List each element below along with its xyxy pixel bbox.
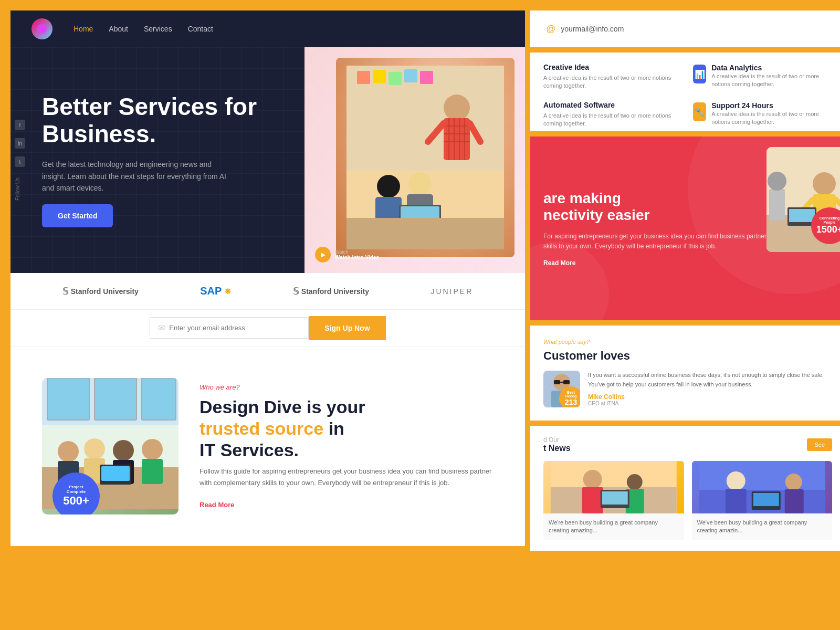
customer-review-text: If you want a successful online business… [588, 371, 832, 389]
service-item-analytics: 📊 Data Analytics A creative idea is the … [693, 63, 832, 90]
nav-link-services[interactable]: Services [144, 25, 172, 33]
nav-item-home[interactable]: Home [74, 24, 93, 34]
page-wrapper: Home About Services Contact [0, 0, 840, 630]
svg-rect-73 [784, 489, 803, 513]
support-title: Support 24 Hours [711, 101, 773, 110]
svg-rect-28 [94, 378, 136, 420]
service-item-automated: Automated Software A creative idea is th… [543, 101, 682, 128]
logo-bar: 𝕊 Stanford University SAP ⋇ 𝕊 Stanford U… [10, 273, 525, 310]
facebook-icon[interactable]: f [15, 120, 25, 130]
about-title-p1: Design Dive is your [200, 397, 365, 417]
svg-point-51 [768, 172, 786, 191]
svg-rect-6 [420, 71, 433, 84]
badge-label2: Complete [67, 489, 86, 494]
customer-role: CEO at ITNA [588, 401, 832, 406]
stanford1-name: Stanford University [71, 287, 139, 296]
stanford1-symbol: 𝕊 [62, 286, 68, 297]
creative-idea-desc: A creative idea is the result of two or … [543, 74, 682, 90]
svg-rect-5 [404, 69, 417, 82]
juniper-name: JUNIPER [430, 287, 473, 296]
svg-rect-29 [142, 378, 176, 420]
nav-link-contact[interactable]: Contact [188, 25, 213, 33]
email-input-wrapper: ✉ [150, 317, 309, 339]
hero-section: f in t Follow Us Better Services for Bus… [10, 47, 525, 273]
nav-link-home[interactable]: Home [74, 25, 93, 33]
nav-item-services[interactable]: Services [144, 24, 172, 34]
hero-description: Get the latest technology and engineerin… [42, 159, 231, 194]
svg-rect-38 [142, 459, 163, 484]
news-item-2: We've been busy building a great company… [692, 461, 833, 540]
news-text-2: We've been busy building a great company… [692, 513, 833, 540]
svg-rect-27 [47, 378, 89, 420]
support-content: Support 24 Hours A creative idea is the … [711, 101, 832, 127]
svg-point-20 [408, 172, 432, 195]
about-title-line2: IT Services. [200, 440, 299, 460]
automated-software-desc: A creative idea is the result of two or … [543, 112, 682, 128]
social-sidebar: f in t Follow Us [10, 114, 29, 206]
who-we-are-label: Who we are? [200, 383, 494, 391]
signup-button[interactable]: Sign Up Now [309, 316, 385, 340]
office-scene-svg [346, 66, 504, 249]
service-item-support: 🔧 Support 24 Hours A creative idea is th… [693, 101, 832, 128]
badge-label: Project [69, 485, 83, 489]
svg-point-44 [813, 172, 836, 195]
video-play-button[interactable]: ▶ Watch Watch Intro Video [315, 247, 379, 262]
pink-title-line2: nectivity easier [543, 207, 649, 223]
nav-item-contact[interactable]: Contact [188, 24, 213, 34]
about-title-highlight: trusted source [200, 418, 323, 438]
svg-rect-3 [373, 70, 386, 83]
see-all-button[interactable]: See [807, 438, 832, 451]
about-read-more[interactable]: Read More [200, 501, 234, 509]
customer-text-block: If you want a successful online business… [588, 371, 832, 406]
bottom-right-section: What people say? Customer loves [530, 326, 840, 551]
customer-name: Mike Collins [588, 393, 832, 401]
svg-point-68 [726, 471, 745, 490]
service-item-creative: Creative Idea A creative idea is the res… [543, 63, 682, 90]
data-analytics-desc: A creative idea is the result of two or … [711, 72, 832, 89]
pink-section: are making nectivity easier For aspiring… [530, 136, 840, 320]
email-signup-input[interactable] [169, 324, 300, 332]
instagram-icon[interactable]: in [15, 138, 25, 149]
get-started-button[interactable]: Get Started [42, 204, 113, 227]
sap-name: SAP [200, 285, 222, 297]
about-title: Design Dive is your trusted source in IT… [200, 396, 494, 460]
svg-point-33 [84, 438, 105, 459]
review-number: 213 [565, 398, 577, 406]
logo-inner [37, 24, 47, 34]
svg-rect-65 [602, 491, 628, 505]
nav-item-about[interactable]: About [109, 24, 128, 34]
creative-idea-title: Creative Idea [543, 63, 682, 71]
svg-point-18 [377, 175, 400, 198]
svg-rect-55 [563, 380, 570, 384]
about-description: Follow this guide for aspiring entrepren… [200, 466, 494, 489]
about-content: Who we are? Design Dive is your trusted … [200, 378, 494, 509]
follow-us-label: Follow Us [15, 177, 25, 201]
news-header: d Our t News See [543, 436, 832, 453]
news-title: t News [543, 444, 571, 453]
badge-number: 500+ [63, 494, 89, 508]
play-icon[interactable]: ▶ [315, 247, 331, 262]
support-icon-box: 🔧 [693, 102, 706, 121]
news-img-svg-1 [543, 461, 684, 513]
data-analytics-title: Data Analytics [711, 64, 762, 72]
svg-rect-2 [357, 71, 370, 84]
twitter-icon[interactable]: t [15, 156, 25, 167]
customer-content: BestRecog 213 If you want a successful o… [543, 371, 832, 407]
project-complete-badge: Project Complete 500+ [52, 472, 100, 514]
connecting-number: 1500+ [816, 224, 840, 235]
nav-link-about[interactable]: About [109, 25, 128, 33]
support-desc: A creative idea is the result of two or … [711, 110, 832, 127]
review-count-badge: BestRecog 213 [559, 386, 580, 407]
left-panel: Home About Services Contact [10, 10, 525, 551]
data-analytics-content: Data Analytics A creative idea is the re… [711, 63, 832, 89]
our-news-section: d Our t News See [530, 426, 840, 551]
svg-point-72 [785, 474, 802, 490]
main-area: Home About Services Contact [10, 10, 830, 551]
right-panel: @ yourmail@info.com Creative Idea A crea… [530, 10, 840, 551]
news-title-block: d Our t News [543, 436, 571, 453]
email-envelope-icon: ✉ [158, 323, 165, 333]
email-address: yourmail@info.com [561, 25, 624, 33]
logo[interactable] [32, 18, 52, 39]
stanford2-symbol: 𝕊 [293, 286, 299, 297]
svg-point-35 [113, 440, 134, 461]
